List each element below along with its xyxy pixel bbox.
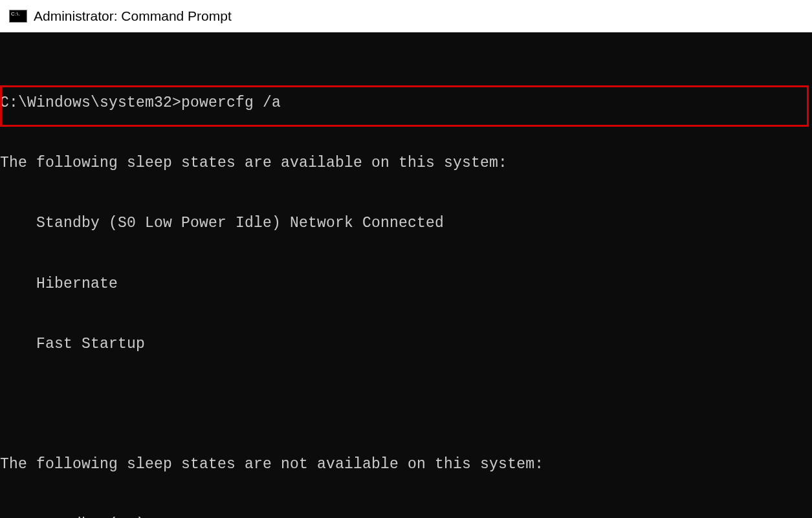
cmd-icon-text: C:\. — [11, 11, 20, 17]
window-title: Administrator: Command Prompt — [34, 8, 232, 24]
output-line: Standby (S1) — [0, 515, 812, 518]
output-line: The following sleep states are not avail… — [0, 455, 812, 475]
output-line: Standby (S0 Low Power Idle) Network Conn… — [0, 213, 812, 233]
cmd-icon: C:\. — [9, 10, 27, 23]
output-line — [0, 394, 812, 415]
command-text: powercfg /a — [181, 94, 281, 111]
output-line: Fast Startup — [0, 334, 812, 354]
prompt-path: C:\Windows\system32> — [0, 94, 181, 111]
output-line: Hibernate — [0, 274, 812, 294]
prompt-line: C:\Windows\system32>powercfg /a — [0, 93, 812, 113]
output-line: The following sleep states are available… — [0, 153, 812, 173]
titlebar: C:\. Administrator: Command Prompt — [0, 0, 812, 32]
terminal-output[interactable]: C:\Windows\system32>powercfg /a The foll… — [0, 32, 812, 518]
